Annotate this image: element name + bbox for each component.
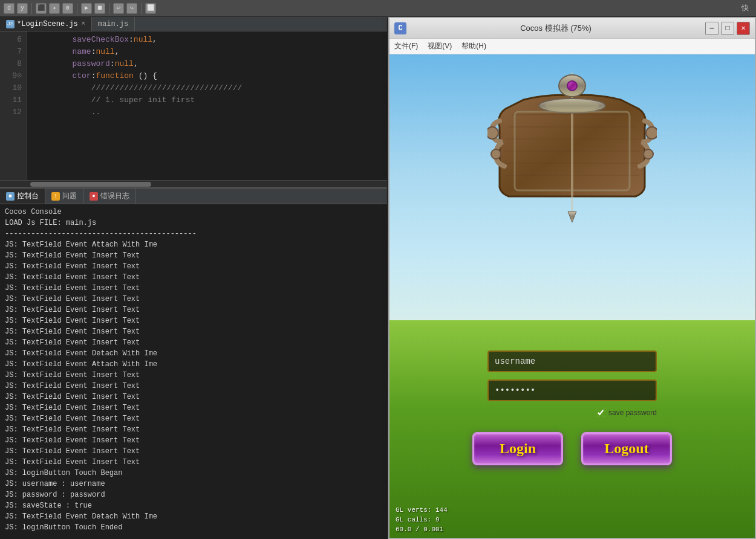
game-buttons-row: Login Logout bbox=[463, 432, 681, 465]
console-line-26: JS: password : password bbox=[5, 489, 382, 500]
console-tab-bar: ■ 控制台 ! 问题 ● 错误日志 bbox=[0, 189, 387, 204]
console-line-18: JS: TextField Event Insert Text bbox=[5, 402, 382, 413]
console-line-13: JS: TextField Event Detach With Ime bbox=[5, 348, 382, 359]
tab-main-js[interactable]: main.js bbox=[92, 17, 135, 31]
toolbar-icon-7[interactable]: ⏹ bbox=[94, 3, 105, 14]
console-line-29: JS: loginButton Touch Ended bbox=[5, 522, 382, 533]
console-line-19: JS: TextField Event Insert Text bbox=[5, 413, 382, 424]
svg-point-6 bbox=[487, 127, 498, 139]
save-password-checkbox[interactable] bbox=[596, 408, 605, 417]
console-line-10: JS: TextField Event Insert Text bbox=[5, 315, 382, 326]
save-password-row: save password bbox=[596, 408, 657, 417]
username-input[interactable] bbox=[487, 350, 657, 372]
console-line-14: JS: TextField Event Attach With Ime bbox=[5, 359, 382, 370]
toolbar-icon-10[interactable]: ⬜ bbox=[145, 3, 156, 14]
console-line-4: JS: TextField Event Insert Text bbox=[5, 250, 382, 261]
error-tab-icon: ● bbox=[90, 192, 98, 201]
tab-error-log[interactable]: ● 错误日志 bbox=[83, 189, 136, 204]
code-line-8: password:null, bbox=[34, 58, 380, 70]
console-line-24: JS: loginButton Touch Began bbox=[5, 468, 382, 479]
error-tab-label: 错误日志 bbox=[100, 191, 129, 201]
save-password-label: save password bbox=[608, 408, 657, 417]
console-line-22: JS: TextField Event Insert Text bbox=[5, 446, 382, 457]
toolbar-icon-8[interactable]: ↩ bbox=[113, 3, 124, 14]
code-line-12: .. bbox=[34, 106, 380, 118]
console-line-23: JS: TextField Event Insert Text bbox=[5, 457, 382, 468]
login-button[interactable]: Login bbox=[472, 432, 563, 465]
code-line-10: //////////////////////////////// bbox=[34, 82, 380, 94]
console-line-12: JS: TextField Event Insert Text bbox=[5, 337, 382, 348]
console-line-15: JS: TextField Event Insert Text bbox=[5, 370, 382, 381]
toolbar-right-label: 快 bbox=[741, 3, 754, 13]
tab-login-scene[interactable]: JS *LoginScene.js × bbox=[0, 17, 92, 31]
sim-title: Cocos 模拟器 (75%) bbox=[410, 23, 702, 34]
problem-tab-label: 问题 bbox=[62, 191, 77, 201]
toolbar-icon-9[interactable]: ↪ bbox=[126, 3, 137, 14]
scroll-thumb[interactable] bbox=[30, 182, 151, 187]
code-line-9: ctor:function () { bbox=[34, 70, 380, 82]
toolbar-icon-4[interactable]: ✦ bbox=[49, 3, 60, 14]
console-output: Cocos ConsoleLOAD Js FILE: main.js------… bbox=[0, 204, 387, 539]
line-num-12: 12 bbox=[5, 106, 22, 118]
code-scrollbar[interactable] bbox=[0, 180, 387, 187]
toolbar-sep-2 bbox=[77, 3, 77, 14]
sim-menu-help[interactable]: 帮助(H) bbox=[461, 41, 486, 51]
console-line-25: JS: username : username bbox=[5, 479, 382, 489]
sim-minimize-button[interactable]: — bbox=[705, 22, 719, 35]
toolbar: d y ⬛ ✦ ⚙ ▶ ⏹ ↩ ↪ ⬜ 快 bbox=[0, 0, 756, 17]
console-tab-icon: ■ bbox=[6, 192, 15, 201]
console-line-6: JS: TextField Event Insert Text bbox=[5, 272, 382, 283]
tab-login-scene-label: *LoginScene.js bbox=[17, 20, 78, 28]
line-numbers: 6 7 8 9⊙ 10 11 12 bbox=[0, 31, 27, 180]
simulator-container: C Cocos 模拟器 (75%) — □ ✕ 文件(F) 视图(V) 帮助(H… bbox=[387, 17, 756, 539]
sim-menubar: 文件(F) 视图(V) 帮助(H) bbox=[389, 39, 755, 54]
sim-close-button[interactable]: ✕ bbox=[737, 22, 750, 35]
password-input[interactable] bbox=[487, 379, 657, 401]
console-line-5: JS: TextField Event Insert Text bbox=[5, 261, 382, 272]
console-line-27: JS: saveState : true bbox=[5, 500, 382, 511]
line-num-9: 9⊙ bbox=[5, 70, 22, 82]
console-line-9: JS: TextField Event Insert Text bbox=[5, 305, 382, 315]
sim-maximize-button[interactable]: □ bbox=[721, 22, 734, 35]
toolbar-icon-1[interactable]: d bbox=[4, 3, 15, 14]
sim-menu-file[interactable]: 文件(F) bbox=[394, 41, 418, 51]
logout-button[interactable]: Logout bbox=[581, 432, 672, 465]
toolbar-sep-4 bbox=[141, 3, 142, 14]
tab-login-scene-close[interactable]: × bbox=[82, 21, 85, 27]
toolbar-sep-1 bbox=[31, 3, 32, 14]
console-line-3: JS: TextField Event Attach With Ime bbox=[5, 239, 382, 250]
svg-point-8 bbox=[646, 127, 657, 139]
sim-window-controls: — □ ✕ bbox=[705, 22, 750, 35]
js-file-icon: JS bbox=[6, 20, 15, 28]
console-line-11: JS: TextField Event Insert Text bbox=[5, 326, 382, 337]
login-form: save password bbox=[475, 350, 669, 417]
svg-point-15 bbox=[567, 81, 577, 91]
code-line-6: saveCheckBox:null, bbox=[34, 34, 380, 46]
code-line-7: name:null, bbox=[34, 46, 380, 58]
tab-problems[interactable]: ! 问题 bbox=[45, 189, 83, 204]
gl-fps: 60.0 / 0.001 bbox=[396, 524, 448, 534]
svg-point-13 bbox=[545, 101, 599, 111]
line-num-6: 6 bbox=[5, 34, 22, 46]
toolbar-icon-6[interactable]: ▶ bbox=[81, 3, 92, 14]
toolbar-icon-5[interactable]: ⚙ bbox=[62, 3, 73, 14]
line-num-7: 7 bbox=[5, 46, 22, 58]
problem-tab-icon: ! bbox=[51, 192, 60, 201]
console-line-28: JS: TextField Event Detach With Ime bbox=[5, 511, 382, 522]
gl-verts: GL verts: 144 bbox=[396, 505, 448, 515]
toolbar-sep-3 bbox=[109, 3, 109, 14]
tab-console[interactable]: ■ 控制台 bbox=[0, 189, 45, 204]
toolbar-icon-2[interactable]: y bbox=[17, 3, 28, 14]
svg-point-7 bbox=[491, 149, 501, 159]
left-panel: JS *LoginScene.js × main.js 6 7 8 9⊙ 10 … bbox=[0, 17, 387, 539]
sim-menu-view[interactable]: 视图(V) bbox=[428, 41, 452, 51]
console-line-1: LOAD Js FILE: main.js bbox=[5, 218, 382, 228]
code-line-11: // 1. super init first bbox=[34, 94, 380, 106]
sim-titlebar: C Cocos 模拟器 (75%) — □ ✕ bbox=[389, 18, 755, 39]
line-num-11: 11 bbox=[5, 94, 22, 106]
tab-main-js-label: main.js bbox=[98, 20, 128, 28]
console-line-21: JS: TextField Event Insert Text bbox=[5, 435, 382, 446]
toolbar-icon-3[interactable]: ⬛ bbox=[36, 3, 47, 14]
editor-tab-bar: JS *LoginScene.js × main.js bbox=[0, 17, 387, 31]
code-lines[interactable]: saveCheckBox:null, name:null, password:n… bbox=[27, 31, 387, 180]
